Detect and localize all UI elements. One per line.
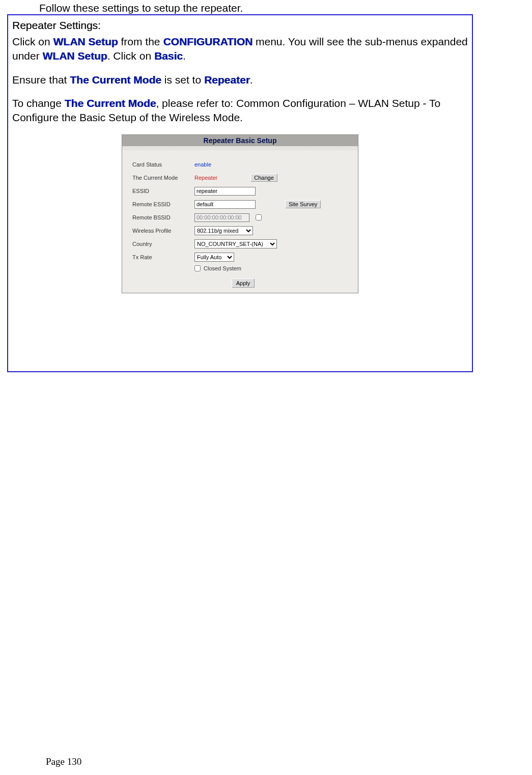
remote-bssid-checkbox[interactable] [256, 214, 262, 220]
text: . [183, 50, 186, 62]
paragraph-2: Ensure that The Current Mode is set to R… [12, 73, 468, 87]
label-tx-rate: Tx Rate [132, 254, 194, 260]
current-mode-term-2: The Current Mode [65, 97, 156, 109]
apply-button[interactable]: Apply [232, 279, 255, 288]
label-current-mode: The Current Mode [132, 175, 194, 181]
essid-input[interactable] [194, 187, 256, 196]
label-wireless-profile: Wireless Profile [132, 228, 194, 234]
wlan-setup-term: WLAN Setup [53, 36, 118, 47]
site-survey-button[interactable]: Site Survey [285, 200, 321, 208]
text: Ensure that [12, 74, 70, 86]
wireless-profile-select[interactable]: 802.11b/g mixed [194, 226, 253, 235]
change-button-wrap: Change [250, 174, 277, 182]
row-remote-essid: Remote ESSID Site Survey [132, 199, 354, 210]
remote-essid-input[interactable] [194, 200, 256, 209]
wlan-setup-term-2: WLAN Setup [43, 50, 107, 62]
label-country: Country [132, 241, 194, 247]
panel-title: Repeater Basic Setup [122, 135, 358, 146]
text: from the [118, 36, 163, 47]
row-tx-rate: Tx Rate Fully Auto [132, 252, 354, 263]
text: . [250, 74, 253, 86]
country-select[interactable]: NO_COUNTRY_SET-(NA) [194, 239, 277, 248]
row-card-status: Card Status enable [132, 159, 354, 170]
apply-row: Apply [132, 274, 354, 288]
label-remote-essid: Remote ESSID [132, 201, 194, 207]
row-remote-bssid: Remote BSSID [132, 212, 354, 223]
row-current-mode: The Current Mode Repeater Change [132, 173, 354, 183]
label-essid: ESSID [132, 188, 194, 194]
label-card-status: Card Status [132, 161, 194, 168]
site-survey-wrap: Site Survey [285, 200, 321, 208]
label-closed-system: Closed System [204, 265, 241, 271]
configuration-term: CONFIGURATION [163, 36, 253, 47]
page-number: Page 130 [46, 756, 81, 767]
paragraph-3: To change The Current Mode, please refer… [12, 96, 468, 125]
repeater-settings-heading: Repeater Settings: [12, 19, 468, 32]
text: Click on [12, 36, 53, 47]
label-remote-bssid: Remote BSSID [132, 214, 194, 220]
row-closed-system: Closed System [132, 265, 354, 271]
closed-system-checkbox[interactable] [194, 265, 201, 271]
remote-bssid-input[interactable] [194, 213, 249, 222]
tx-rate-select[interactable]: Fully Auto [194, 253, 234, 262]
value-current-mode: Repeater [194, 175, 217, 181]
row-country: Country NO_COUNTRY_SET-(NA) [132, 239, 354, 250]
repeater-term: Repeater [204, 74, 250, 86]
text: is set to [161, 74, 204, 86]
basic-term: Basic [154, 50, 183, 62]
change-button[interactable]: Change [250, 174, 277, 182]
panel-body: Card Status enable The Current Mode Repe… [122, 150, 358, 293]
current-mode-term: The Current Mode [70, 74, 161, 86]
text: . Click on [107, 50, 154, 62]
text: To change [12, 97, 65, 109]
panel-decoration [122, 146, 358, 150]
paragraph-1: Click on WLAN Setup from the CONFIGURATI… [12, 35, 468, 64]
value-card-status: enable [194, 161, 211, 168]
row-wireless-profile: Wireless Profile 802.11b/g mixed [132, 226, 354, 236]
repeater-basic-setup-panel: Repeater Basic Setup Card Status enable … [122, 134, 358, 293]
row-essid: ESSID [132, 186, 354, 197]
top-instruction: Follow these settings to setup the repea… [39, 2, 243, 14]
instruction-box: Repeater Settings: Click on WLAN Setup f… [7, 14, 473, 372]
